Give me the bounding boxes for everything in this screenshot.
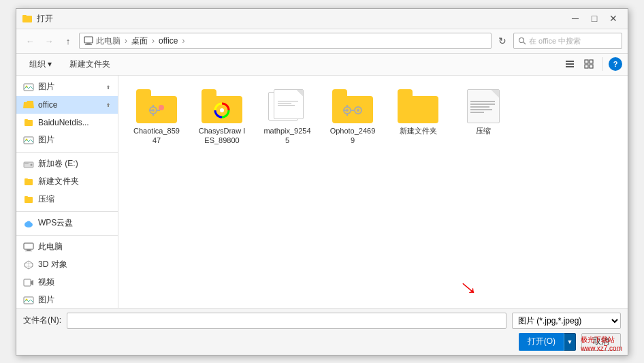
chaotica-overlay-icon: [146, 102, 167, 119]
svg-rect-14: [24, 84, 33, 91]
toolbar-right: ?: [562, 56, 622, 72]
forward-button[interactable]: →: [41, 33, 57, 49]
refresh-button[interactable]: ↻: [494, 33, 511, 49]
svg-rect-18: [24, 137, 33, 144]
computer-icon: [84, 36, 93, 46]
dialog-icon: [22, 13, 33, 24]
svg-rect-33: [25, 251, 32, 251]
sidebar-item-baidunetdisk[interactable]: BaiduNetdis...: [16, 114, 118, 131]
mathpix-icon-wrapper: [267, 89, 308, 123]
file-item-chasysdraw[interactable]: ChasysDraw IES_89800: [195, 86, 249, 148]
svg-rect-3: [86, 43, 91, 44]
sidebar-separator-2: [16, 211, 118, 212]
svg-rect-24: [25, 178, 28, 180]
svg-rect-13: [590, 65, 593, 68]
path-part-pc: 此电脑: [96, 35, 120, 47]
svg-rect-55: [343, 110, 346, 111]
dialog-title: 打开: [37, 13, 53, 25]
open-dropdown-button[interactable]: ▼: [564, 333, 576, 351]
up-button[interactable]: ↑: [60, 33, 76, 49]
sidebar-item-drive-e-label: 新加卷 (E:): [38, 158, 78, 170]
pin-icon: [106, 84, 111, 90]
sidebar-separator-3: [16, 235, 118, 236]
cancel-button[interactable]: 取消: [581, 333, 621, 351]
sidebar-item-pictures2[interactable]: 图片: [16, 131, 118, 149]
file-item-mathpix[interactable]: mathpix_92545: [260, 86, 315, 148]
file-area: Chaotica_85947: [118, 76, 628, 308]
path-part-office: office: [159, 36, 178, 46]
sidebar-item-baidunetdisk-label: BaiduNetdis...: [38, 118, 89, 127]
svg-rect-12: [585, 65, 588, 68]
svg-point-5: [519, 38, 524, 43]
open-button[interactable]: 打开(O): [519, 333, 564, 351]
svg-rect-56: [351, 110, 354, 111]
back-button[interactable]: ←: [22, 33, 38, 49]
sidebar-item-new-folder[interactable]: 新建文件夹: [16, 173, 118, 191]
svg-line-6: [524, 42, 526, 44]
chaotica-folder-icon: [136, 89, 177, 123]
computer2-icon: [23, 242, 34, 253]
sidebar-item-videos[interactable]: 视频: [16, 274, 118, 291]
sidebar-item-office-label: office: [38, 100, 57, 110]
cloud-icon: [23, 218, 34, 229]
pin2-icon: [106, 102, 111, 108]
sidebar-item-3d[interactable]: 3D 对象: [16, 256, 118, 274]
mathpix-doc-front: [274, 89, 304, 119]
search-placeholder: 在 office 中搜索: [529, 36, 581, 46]
svg-rect-9: [566, 66, 574, 67]
file-item-new-folder[interactable]: 新建文件夹: [391, 86, 445, 148]
file-item-chaotica-label: Chaotica_85947: [132, 126, 181, 146]
sidebar-item-wps-label: WPS云盘: [38, 217, 73, 229]
maximize-button[interactable]: □: [585, 12, 603, 25]
sidebar-item-compressed-label: 压缩: [38, 193, 54, 205]
pictures-icon: [23, 82, 34, 93]
close-button[interactable]: ✕: [605, 12, 622, 25]
file-item-compressed[interactable]: 压缩: [456, 86, 511, 148]
sidebar-item-wps[interactable]: WPS云盘: [16, 215, 118, 232]
new-folder-icon: [23, 176, 34, 187]
file-item-mathpix-label: mathpix_92545: [263, 126, 312, 146]
action-row: 打开(O) ▼ 取消: [23, 333, 621, 351]
file-item-chaotica[interactable]: Chaotica_85947: [129, 86, 184, 148]
sidebar-item-drive-e[interactable]: 新加卷 (E:): [16, 155, 118, 173]
svg-rect-53: [347, 105, 348, 108]
svg-rect-11: [590, 60, 593, 63]
new-folder-button[interactable]: 新建文件夹: [62, 56, 118, 72]
svg-point-52: [346, 109, 349, 112]
ophoto-overlay-icon: [342, 102, 364, 119]
svg-point-43: [152, 109, 155, 112]
sidebar-item-pictures-label: 图片: [38, 81, 54, 93]
sidebar-item-pictures[interactable]: 图片: [16, 78, 118, 96]
toolbar: 组织 ▾ 新建文件夹 ?: [16, 54, 628, 76]
file-item-ophoto-label: Ophoto_24699: [328, 126, 377, 146]
sidebar: 图片 office BaiduN: [16, 76, 118, 308]
sidebar-item-office[interactable]: office: [16, 96, 118, 114]
address-path[interactable]: 此电脑 › 桌面 › office ›: [79, 33, 492, 49]
filetype-select[interactable]: 图片 (*.jpg,*.jpeg): [512, 313, 621, 329]
help-button[interactable]: ?: [609, 57, 622, 71]
svg-rect-34: [24, 279, 31, 286]
sidebar-item-pictures3[interactable]: 图片: [16, 291, 118, 308]
sidebar-item-compressed[interactable]: 压缩: [16, 191, 118, 208]
file-item-ophoto[interactable]: Ophoto_24699: [325, 86, 380, 148]
grid-icon: [584, 59, 594, 69]
compressed-doc-icon: [467, 89, 500, 123]
path-part-desktop: 桌面: [131, 35, 148, 47]
svg-rect-44: [152, 105, 154, 108]
svg-point-58: [357, 109, 359, 112]
view-options-button[interactable]: [581, 56, 597, 72]
toolbar-separator: [602, 57, 603, 71]
svg-point-48: [159, 105, 164, 110]
view-list-button[interactable]: [562, 56, 578, 72]
organize-button[interactable]: 组织 ▾: [22, 56, 59, 72]
path-sep-1: ›: [125, 36, 127, 46]
sidebar-item-this-pc[interactable]: 此电脑: [16, 238, 118, 256]
filename-input[interactable]: [67, 313, 506, 329]
compressed-icon: [23, 194, 34, 205]
svg-rect-1: [22, 15, 27, 17]
file-item-chasysdraw-label: ChasysDraw IES_89800: [197, 126, 246, 146]
search-box[interactable]: 在 office 中搜索: [513, 33, 622, 49]
svg-rect-45: [152, 113, 154, 116]
svg-rect-10: [585, 60, 588, 63]
minimize-button[interactable]: ─: [566, 12, 584, 25]
